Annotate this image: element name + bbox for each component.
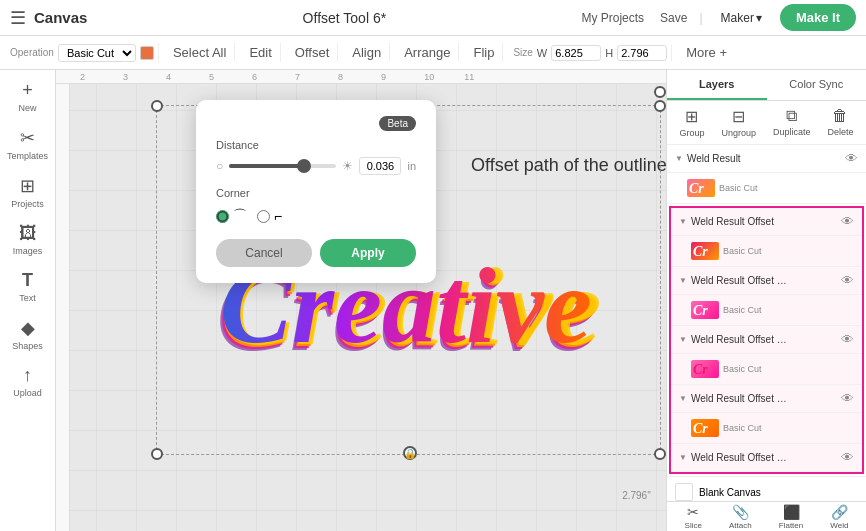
corner-sharp-icon: ⌐ [274, 208, 282, 224]
cancel-button[interactable]: Cancel [216, 239, 312, 267]
layer-sub-info: Basic Cut [723, 423, 854, 433]
layer-wrooo4-sub: Cr Basic Cut [671, 413, 862, 444]
tool-title: Offset Tool 6* [115, 10, 573, 26]
corner-sharp-option[interactable]: ⌐ [257, 208, 282, 224]
layer-info: Weld Result Offset Offset ... [691, 452, 837, 463]
layer-weld-result[interactable]: ▼ Weld Result 👁 [667, 145, 866, 173]
weld-button[interactable]: 🔗 Weld [830, 504, 848, 530]
corner-sharp-radio[interactable] [257, 210, 270, 223]
my-projects-link[interactable]: My Projects [581, 11, 644, 25]
shapes-icon: ◆ [21, 317, 35, 339]
arrange-button[interactable]: Arrange [400, 43, 454, 62]
flip-button[interactable]: Flip [469, 43, 498, 62]
attach-icon: 📎 [732, 504, 749, 520]
align-group: Align [344, 43, 390, 62]
layer-arrow[interactable]: ▼ [679, 453, 687, 462]
templates-icon: ✂ [20, 127, 35, 149]
maker-button[interactable]: Maker ▾ [721, 11, 762, 25]
group-icon: ⊞ [685, 107, 698, 126]
tab-color-sync[interactable]: Color Sync [767, 70, 867, 100]
layer-wrooo5[interactable]: ▼ Weld Result Offset Offset ... 👁 [671, 444, 862, 472]
layer-info: Weld Result Offset Offset ... [691, 393, 837, 404]
select-all-button[interactable]: Select All [169, 43, 230, 62]
eye-icon[interactable]: 👁 [841, 273, 854, 288]
flatten-button[interactable]: ⬛ Flatten [779, 504, 803, 530]
color-swatch[interactable] [140, 46, 154, 60]
layer-wrooo3[interactable]: ▼ Weld Result Offset Offset ... 👁 [671, 326, 862, 354]
corner-round-radio[interactable] [216, 210, 229, 223]
apply-button[interactable]: Apply [320, 239, 416, 267]
save-button[interactable]: Save [660, 11, 687, 25]
eye-icon[interactable]: 👁 [841, 450, 854, 465]
layer-arrow[interactable]: ▼ [679, 276, 687, 285]
operation-select[interactable]: Basic Cut [58, 44, 136, 62]
slice-button[interactable]: ✂ Slice [685, 504, 702, 530]
arrange-group: Arrange [396, 43, 459, 62]
sidebar-item-upload[interactable]: ↑ Upload [3, 359, 53, 404]
layer-arrow[interactable]: ▼ [675, 154, 683, 163]
layer-thumb: Cr [691, 301, 719, 319]
layer-wroo[interactable]: ▼ Weld Result Offset Offset 👁 [671, 267, 862, 295]
eye-icon[interactable]: 👁 [841, 332, 854, 347]
slider-row: ○ ☀ in [216, 157, 416, 175]
bottom-toolbar: ✂ Slice 📎 Attach ⬛ Flatten 🔗 Weld [667, 501, 866, 531]
offset-dialog: Beta Distance ○ ☀ in Corner ⌒ [196, 100, 436, 283]
layer-sub-label: Basic Cut [723, 423, 854, 433]
edit-group: Edit [241, 43, 280, 62]
offset-button[interactable]: Offset [291, 43, 333, 62]
layer-weld-result-sub: Cr Basic Cut [667, 173, 866, 204]
ungroup-icon: ⊟ [732, 107, 745, 126]
eye-icon[interactable]: 👁 [841, 214, 854, 229]
layers-list: ▼ Weld Result 👁 Cr Basic Cut [667, 145, 866, 501]
eye-icon[interactable]: 👁 [841, 391, 854, 406]
width-input[interactable] [551, 45, 601, 61]
main-layout: + New ✂ Templates ⊞ Projects 🖼 Images T … [0, 70, 866, 531]
duplicate-button[interactable]: ⧉ Duplicate [773, 107, 811, 138]
layer-info: Weld Result Offset Offset [691, 275, 837, 286]
slider-unit: in [407, 160, 416, 172]
sidebar-item-images[interactable]: 🖼 Images [3, 217, 53, 262]
eye-icon[interactable]: 👁 [845, 151, 858, 166]
sidebar-item-text[interactable]: T Text [3, 264, 53, 309]
size-label: 2.796'' [622, 490, 651, 501]
height-label: H [605, 47, 613, 59]
more-button[interactable]: More + [682, 43, 731, 62]
delete-icon: 🗑 [832, 107, 848, 125]
height-input[interactable] [617, 45, 667, 61]
distance-value-input[interactable] [359, 157, 401, 175]
align-button[interactable]: Align [348, 43, 385, 62]
layer-arrow[interactable]: ▼ [679, 394, 687, 403]
distance-slider[interactable] [229, 164, 336, 168]
sidebar-item-projects[interactable]: ⊞ Projects [3, 169, 53, 215]
highlighted-layers-group: ▼ Weld Result Offset 👁 Cr Basic Cut [669, 206, 864, 474]
layer-info: Weld Result Offset Offset ... [691, 334, 837, 345]
ruler-top: 2 3 4 5 6 7 8 9 10 11 [56, 70, 666, 84]
tab-layers[interactable]: Layers [667, 70, 767, 100]
attach-button[interactable]: 📎 Attach [729, 504, 752, 530]
edit-button[interactable]: Edit [245, 43, 275, 62]
ruler-left [56, 84, 70, 531]
ungroup-button[interactable]: ⊟ Ungroup [721, 107, 756, 138]
sidebar-item-shapes[interactable]: ◆ Shapes [3, 311, 53, 357]
sidebar-item-templates[interactable]: ✂ Templates [3, 121, 53, 167]
sidebar-item-new[interactable]: + New [3, 74, 53, 119]
group-button[interactable]: ⊞ Group [679, 107, 704, 138]
layer-weld-result-offset[interactable]: ▼ Weld Result Offset 👁 [671, 208, 862, 236]
delete-button[interactable]: 🗑 Delete [827, 107, 853, 138]
corner-round-option[interactable]: ⌒ [216, 207, 247, 225]
corner-label: Corner [216, 187, 416, 199]
canvas-area[interactable]: 2 3 4 5 6 7 8 9 10 11 Offset path of the… [56, 70, 666, 531]
svg-text:Cr: Cr [693, 303, 708, 318]
layer-arrow[interactable]: ▼ [679, 217, 687, 226]
make-it-button[interactable]: Make It [780, 4, 856, 31]
toolbar: Operation Basic Cut Select All Edit Offs… [0, 36, 866, 70]
layer-name: Weld Result Offset Offset ... [691, 334, 791, 345]
blank-canvas-swatch [675, 483, 693, 501]
layer-name: Weld Result Offset Offset ... [691, 452, 791, 463]
menu-icon[interactable]: ☰ [10, 7, 26, 29]
layer-wrooo4[interactable]: ▼ Weld Result Offset Offset ... 👁 [671, 385, 862, 413]
slider-max-icon: ☀ [342, 159, 353, 173]
text-icon: T [22, 270, 33, 291]
distance-label: Distance [216, 139, 416, 151]
layer-arrow[interactable]: ▼ [679, 335, 687, 344]
